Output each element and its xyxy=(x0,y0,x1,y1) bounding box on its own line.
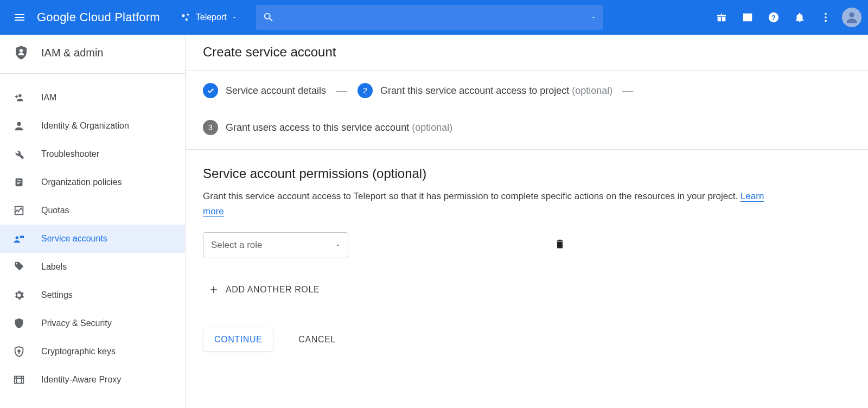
page-header: Create service account xyxy=(186,35,868,71)
search-bar[interactable] xyxy=(256,5,603,30)
svg-point-17 xyxy=(16,236,18,239)
continue-button[interactable]: CONTINUE xyxy=(203,328,273,352)
svg-rect-15 xyxy=(17,183,20,184)
sidebar-item-label: Identity-Aware Proxy xyxy=(41,375,121,385)
sidebar-item-label: Troubleshooter xyxy=(41,149,99,159)
trash-icon xyxy=(554,238,565,250)
sidebar-item-label: Settings xyxy=(41,290,73,300)
sidebar-item-crypto-keys[interactable]: Cryptographic keys xyxy=(0,337,185,366)
sidebar: IAM & admin IAM Identity & Organization … xyxy=(0,35,186,408)
section-description: Grant this service account access to Tel… xyxy=(203,189,765,219)
project-picker[interactable]: Teleport xyxy=(175,9,243,26)
role-select-placeholder: Select a role xyxy=(211,240,263,251)
sidebar-item-label: Identity & Organization xyxy=(41,121,129,131)
section-heading: Service account permissions (optional) xyxy=(203,166,765,181)
svg-point-8 xyxy=(849,12,854,17)
sidebar-header: IAM & admin xyxy=(0,35,185,73)
role-row: Select a role xyxy=(203,232,765,258)
gear-icon xyxy=(13,289,25,301)
sidebar-item-label: Privacy & Security xyxy=(41,318,112,328)
form-buttons: CONTINUE CANCEL xyxy=(203,328,765,352)
sidebar-item-label: Service accounts xyxy=(41,234,107,244)
search-icon xyxy=(263,11,275,23)
notifications-button[interactable] xyxy=(787,4,813,30)
svg-point-19 xyxy=(22,237,23,238)
sidebar-item-iam[interactable]: IAM xyxy=(0,84,185,112)
sidebar-item-iap[interactable]: Identity-Aware Proxy xyxy=(0,366,185,394)
svg-text:?: ? xyxy=(771,14,776,22)
svg-point-20 xyxy=(18,350,20,352)
step-2[interactable]: 2 Grant this service account access to p… xyxy=(358,83,612,98)
add-role-button[interactable]: ADD ANOTHER ROLE xyxy=(203,280,325,299)
step-1[interactable]: Service account details xyxy=(203,83,326,98)
svg-point-1 xyxy=(187,14,189,16)
step-3[interactable]: 3 Grant users access to this service acc… xyxy=(203,120,452,135)
sidebar-item-label: Quotas xyxy=(41,206,69,215)
svg-point-7 xyxy=(825,20,827,22)
avatar-icon xyxy=(844,10,859,25)
account-avatar[interactable] xyxy=(842,8,861,27)
service-account-icon xyxy=(13,233,25,245)
help-icon: ? xyxy=(768,11,780,23)
svg-rect-13 xyxy=(17,180,21,181)
iap-icon xyxy=(13,374,25,386)
more-vertical-icon xyxy=(820,11,832,23)
step-done-icon xyxy=(203,83,218,98)
form-area: Service account permissions (optional) G… xyxy=(186,150,782,368)
main-content: Create service account Service account d… xyxy=(186,35,868,408)
tag-icon xyxy=(13,261,25,273)
gift-button[interactable] xyxy=(709,4,735,30)
caret-down-icon xyxy=(231,14,238,21)
sidebar-item-identity[interactable]: Identity & Organization xyxy=(0,112,185,140)
project-icon xyxy=(181,12,192,23)
wrench-icon xyxy=(13,148,25,160)
svg-point-11 xyxy=(17,122,21,126)
cancel-button[interactable]: CANCEL xyxy=(288,328,347,351)
step-label: Grant this service account access to pro… xyxy=(380,85,612,97)
help-button[interactable]: ? xyxy=(761,4,787,30)
menu-button[interactable] xyxy=(7,4,33,30)
role-select[interactable]: Select a role xyxy=(203,232,348,258)
svg-point-6 xyxy=(825,16,827,18)
sidebar-item-labels[interactable]: Labels xyxy=(0,253,185,281)
sidebar-item-settings[interactable]: Settings xyxy=(0,281,185,309)
svg-point-5 xyxy=(825,13,827,15)
cloud-shell-button[interactable] xyxy=(735,4,761,30)
sidebar-item-label: Cryptographic keys xyxy=(41,347,116,356)
sidebar-list: IAM Identity & Organization Troubleshoot… xyxy=(0,74,185,394)
sidebar-item-troubleshooter[interactable]: Troubleshooter xyxy=(0,140,185,168)
bell-icon xyxy=(794,11,806,23)
caret-down-icon xyxy=(335,242,341,248)
step-label: Service account details xyxy=(226,85,326,97)
step-separator: — xyxy=(622,85,634,97)
sidebar-title: IAM & admin xyxy=(41,47,103,59)
sidebar-item-service-accounts[interactable]: Service accounts xyxy=(0,225,185,253)
gift-icon xyxy=(716,11,727,23)
step-label: Grant users access to this service accou… xyxy=(226,122,452,133)
terminal-icon xyxy=(742,11,754,23)
plus-icon xyxy=(208,284,219,295)
step-separator: — xyxy=(336,85,348,97)
brand-text: Google Cloud Platform xyxy=(37,10,160,24)
page-title: Create service account xyxy=(203,44,851,60)
svg-rect-14 xyxy=(17,182,21,182)
person-icon xyxy=(13,120,25,132)
sidebar-item-label: Organization policies xyxy=(41,177,122,187)
delete-role-button[interactable] xyxy=(554,238,565,252)
svg-point-9 xyxy=(20,49,23,52)
sidebar-item-org-policies[interactable]: Organization policies xyxy=(0,168,185,196)
hamburger-icon xyxy=(13,11,26,24)
sidebar-item-quotas[interactable]: Quotas xyxy=(0,196,185,225)
person-add-icon xyxy=(13,92,25,104)
svg-point-0 xyxy=(182,14,184,17)
add-role-label: ADD ANOTHER ROLE xyxy=(226,285,320,295)
iam-admin-icon xyxy=(13,44,29,61)
topbar: Google Cloud Platform Teleport ? xyxy=(0,0,868,35)
search-dropdown-icon[interactable] xyxy=(590,14,597,21)
shield-icon xyxy=(13,317,25,329)
project-name: Teleport xyxy=(196,12,227,22)
more-button[interactable] xyxy=(813,4,839,30)
svg-rect-21 xyxy=(15,377,24,384)
sidebar-item-label: IAM xyxy=(41,93,56,103)
sidebar-item-privacy[interactable]: Privacy & Security xyxy=(0,309,185,337)
